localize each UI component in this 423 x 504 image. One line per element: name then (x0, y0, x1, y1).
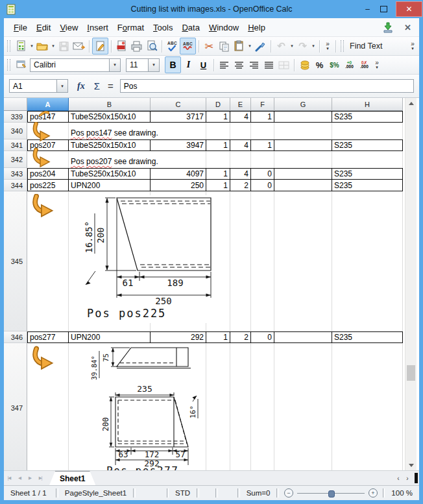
first-sheet-button[interactable]: |◀ (4, 473, 14, 483)
column-header-f[interactable]: F (251, 98, 274, 111)
cell[interactable] (230, 343, 251, 470)
row-header[interactable]: 344 (4, 180, 27, 191)
font-size-combo[interactable]: 11 ▾ (126, 58, 160, 72)
cell[interactable]: 3947 (151, 139, 206, 151)
cell[interactable] (332, 151, 403, 168)
cell[interactable] (274, 123, 332, 139)
align-right-button[interactable] (247, 57, 261, 73)
scroll-right-button[interactable]: › (403, 473, 412, 483)
cell[interactable] (151, 151, 206, 168)
find-text-label[interactable]: Find Text (347, 42, 389, 51)
zoom-in-button[interactable]: + (369, 488, 378, 498)
scroll-up-button[interactable] (405, 98, 417, 108)
cell[interactable]: TubeS250x150x10 (69, 139, 151, 151)
new-document-button[interactable] (14, 38, 29, 54)
cell[interactable] (69, 343, 151, 470)
row-header[interactable]: 345 (4, 191, 27, 331)
column-header-d[interactable]: D (206, 98, 230, 111)
next-sheet-button[interactable]: ▶ (25, 473, 35, 483)
email-button[interactable] (71, 38, 86, 54)
find-toolbar-grip[interactable] (341, 40, 344, 52)
cell[interactable] (332, 191, 403, 331)
download-update-icon[interactable] (382, 21, 394, 33)
edit-file-button[interactable] (92, 38, 108, 54)
save-button[interactable] (56, 38, 71, 54)
cell[interactable] (251, 123, 274, 139)
undo-button[interactable]: ↶ (274, 38, 289, 54)
toolbar-grip[interactable] (7, 59, 10, 71)
cell[interactable]: 0 (251, 180, 274, 191)
cell[interactable]: 2 (230, 180, 251, 191)
cell[interactable] (206, 151, 230, 168)
column-header-h[interactable]: H (332, 98, 403, 111)
cell[interactable] (206, 191, 230, 331)
page-preview-button[interactable] (144, 38, 159, 54)
format-paintbrush-button[interactable] (253, 38, 268, 54)
cell[interactable] (251, 151, 274, 168)
cell[interactable]: 1 (206, 111, 230, 123)
standard-format-button[interactable]: $% (327, 57, 342, 73)
cell[interactable] (274, 151, 332, 168)
maximize-button[interactable] (376, 2, 392, 16)
cell[interactable]: 4 (230, 168, 251, 180)
cell[interactable]: S235 (332, 139, 403, 151)
column-header-e[interactable]: E (230, 98, 251, 111)
horizontal-scrollbar-track[interactable] (95, 471, 394, 485)
cell[interactable] (27, 151, 69, 168)
open-button[interactable] (35, 38, 50, 54)
cell[interactable]: pos207 (27, 139, 69, 151)
cell[interactable] (332, 343, 403, 470)
menu-insert[interactable]: Insert (82, 21, 113, 34)
cell[interactable] (151, 123, 206, 139)
zoom-slider[interactable] (297, 493, 365, 494)
row-header[interactable]: 341 (4, 139, 27, 151)
cell[interactable] (151, 343, 206, 470)
menu-window[interactable]: Window (204, 21, 243, 34)
cell[interactable]: 4 (230, 111, 251, 123)
cell[interactable]: UPN200 (69, 331, 151, 343)
cell[interactable]: TubeS250x150x10 (69, 168, 151, 180)
cell[interactable]: 250 (151, 180, 206, 191)
cell[interactable] (151, 191, 206, 331)
last-sheet-button[interactable]: ▶| (35, 473, 45, 483)
styles-and-formatting-button[interactable] (14, 57, 29, 73)
cell[interactable]: 292 (151, 331, 206, 343)
cell[interactable] (206, 123, 230, 139)
cell[interactable]: S235 (332, 331, 403, 343)
zoom-out-button[interactable]: − (284, 488, 293, 498)
cell[interactable]: 1 (206, 331, 230, 343)
copy-button[interactable] (217, 38, 232, 54)
cell[interactable]: 4097 (151, 168, 206, 180)
sum-indicator[interactable]: Sum=0 (240, 489, 277, 497)
underline-button[interactable]: U (196, 57, 211, 73)
find-toolbar-overflow-button[interactable]: »▾ (407, 42, 418, 51)
split-handle[interactable] (415, 473, 418, 483)
cell[interactable] (274, 180, 332, 191)
row-header[interactable]: 342 (4, 151, 27, 168)
function-icon[interactable]: = (108, 80, 114, 91)
paste-dropdown[interactable]: ▾ (247, 38, 253, 54)
cell[interactable]: S235 (332, 180, 403, 191)
column-header-g[interactable]: G (274, 98, 332, 111)
paste-button[interactable] (232, 38, 247, 54)
cell[interactable]: 1 (206, 139, 230, 151)
italic-button[interactable]: I (181, 57, 196, 73)
cell[interactable]: 4 (230, 139, 251, 151)
cell[interactable]: S235 (332, 168, 403, 180)
add-decimal-button[interactable]: +0.000 (342, 57, 357, 73)
column-header-a[interactable]: A (27, 98, 69, 111)
redo-button[interactable]: ↷ (295, 38, 310, 54)
cut-button[interactable]: ✂ (202, 38, 217, 54)
cell[interactable] (230, 151, 251, 168)
cell[interactable] (251, 343, 274, 470)
cell[interactable] (274, 139, 332, 151)
cell[interactable]: 1 (206, 168, 230, 180)
undo-dropdown[interactable]: ▾ (289, 38, 295, 54)
tab-sheet1[interactable]: Sheet1 (49, 471, 95, 485)
cell[interactable] (274, 343, 332, 470)
column-header-c[interactable]: C (151, 98, 206, 111)
row-header[interactable]: 339 (4, 111, 27, 123)
toolbar-grip[interactable] (7, 40, 10, 52)
sum-icon[interactable]: Σ (94, 80, 100, 91)
cell[interactable] (206, 343, 230, 470)
